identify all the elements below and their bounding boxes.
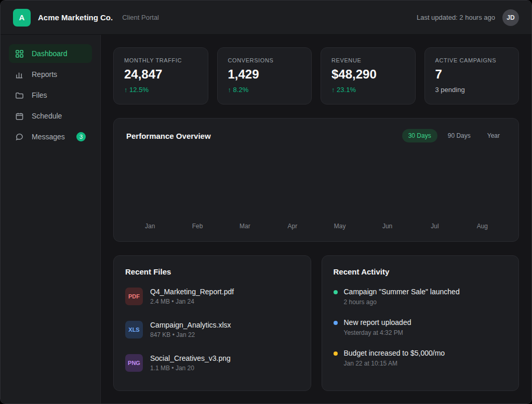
activity-text: Campaign "Summer Sale" launched — [344, 288, 460, 296]
sidebar-item-files[interactable]: Files — [9, 86, 92, 105]
performance-chart: Jan Feb Mar Apr May Jun Jul Aug — [126, 142, 506, 231]
recent-files-panel: Recent Files PDF Q4_Marketing_Report.pdf… — [113, 255, 311, 391]
stat-card-active-campaigns: ACTIVE CAMPAIGNS 7 3 pending — [424, 47, 520, 105]
sidebar-item-label: Files — [32, 91, 47, 99]
activity-dot-blue — [334, 321, 338, 325]
x-axis-tick: Jun — [364, 223, 411, 230]
stat-label: MONTHLY TRAFFIC — [124, 57, 197, 63]
stat-value: 1,429 — [228, 67, 301, 82]
activity-body: New report uploaded Yesterday at 4:32 PM — [344, 318, 411, 336]
recent-activity-title: Recent Activity — [334, 267, 508, 276]
file-row-png[interactable]: PNG Social_Creatives_v3.png 1.1 MB • Jan… — [125, 354, 299, 372]
activity-text: New report uploaded — [344, 318, 411, 327]
file-name: Social_Creatives_v3.png — [150, 354, 231, 362]
file-info: Q4_Marketing_Report.pdf 2.4 MB • Jan 24 — [150, 288, 234, 305]
file-meta: 1.1 MB • Jan 20 — [150, 364, 231, 372]
stat-value: $48,290 — [331, 67, 405, 82]
stat-card-monthly-traffic: MONTHLY TRAFFIC 24,847 ↑ 12.5% — [113, 47, 208, 105]
stat-label: CONVERSIONS — [228, 57, 301, 63]
sidebar-item-label: Messages — [32, 133, 65, 141]
activity-item: Budget increased to $5,000/mo Jan 22 at … — [334, 349, 508, 367]
activity-body: Budget increased to $5,000/mo Jan 22 at … — [344, 349, 445, 367]
grid-icon — [15, 49, 24, 58]
file-name: Campaign_Analytics.xlsx — [150, 321, 231, 329]
bar-chart-icon — [15, 70, 24, 79]
main-content: MONTHLY TRAFFIC 24,847 ↑ 12.5% CONVERSIO… — [101, 35, 531, 403]
sidebar-item-messages[interactable]: Messages 3 — [9, 127, 92, 146]
range-button-year[interactable]: Year — [481, 129, 506, 142]
performance-header: Performance Overview 30 Days 90 Days Yea… — [126, 129, 506, 142]
chat-icon — [15, 132, 24, 141]
file-name: Q4_Marketing_Report.pdf — [150, 288, 234, 296]
sidebar-item-dashboard[interactable]: Dashboard — [9, 44, 92, 63]
file-meta: 2.4 MB • Jan 24 — [150, 298, 234, 305]
range-toggle-group: 30 Days 90 Days Year — [402, 129, 506, 142]
activity-dot-amber — [334, 351, 338, 356]
sidebar-item-label: Reports — [32, 70, 57, 79]
range-button-30-days[interactable]: 30 Days — [402, 129, 437, 142]
topbar: A Acme Marketing Co. Client Portal Last … — [1, 1, 531, 35]
last-updated-text: Last updated: 2 hours ago — [417, 14, 495, 21]
file-row-pdf[interactable]: PDF Q4_Marketing_Report.pdf 2.4 MB • Jan… — [125, 288, 299, 305]
performance-title: Performance Overview — [126, 132, 211, 140]
stat-change: ↑ 12.5% — [124, 86, 197, 94]
avatar-initials: JD — [507, 14, 514, 21]
stat-card-conversions: CONVERSIONS 1,429 ↑ 8.2% — [217, 47, 312, 105]
stat-label: ACTIVE CAMPAIGNS — [435, 57, 509, 63]
activity-body: Campaign "Summer Sale" launched 2 hours … — [344, 288, 460, 306]
company-logo: A — [13, 9, 31, 27]
stats-row: MONTHLY TRAFFIC 24,847 ↑ 12.5% CONVERSIO… — [113, 47, 519, 105]
png-file-icon: PNG — [125, 354, 143, 372]
chart-x-axis-labels: Jan Feb Mar Apr May Jun Jul Aug — [126, 223, 506, 231]
topbar-right: Last updated: 2 hours ago JD — [417, 9, 519, 26]
sidebar: Dashboard Reports Files Schedule — [1, 35, 101, 403]
sidebar-item-label: Schedule — [32, 112, 62, 120]
x-axis-tick: May — [316, 223, 364, 230]
file-row-xls[interactable]: XLS Campaign_Analytics.xlsx 847 KB • Jan… — [125, 321, 299, 338]
x-axis-tick: Apr — [269, 223, 316, 230]
activity-time: Jan 22 at 10:15 AM — [344, 360, 445, 367]
file-meta: 847 KB • Jan 22 — [150, 331, 231, 338]
app-window: A Acme Marketing Co. Client Portal Last … — [0, 0, 532, 404]
activity-item: New report uploaded Yesterday at 4:32 PM — [334, 318, 508, 336]
stat-value: 7 — [435, 67, 509, 82]
stat-change: ↑ 8.2% — [228, 86, 301, 94]
file-info: Campaign_Analytics.xlsx 847 KB • Jan 22 — [150, 321, 231, 338]
performance-overview-panel: Performance Overview 30 Days 90 Days Yea… — [113, 118, 519, 242]
pdf-file-icon: PDF — [125, 288, 143, 305]
folder-icon — [15, 90, 24, 100]
activity-text: Budget increased to $5,000/mo — [344, 349, 445, 357]
x-axis-tick: Aug — [459, 223, 506, 230]
calendar-icon — [15, 111, 24, 121]
stat-card-revenue: REVENUE $48,290 ↑ 23.1% — [321, 47, 416, 105]
user-avatar[interactable]: JD — [502, 9, 519, 26]
company-name: Acme Marketing Co. — [38, 13, 113, 22]
x-axis-tick: Mar — [221, 223, 269, 230]
bottom-row: Recent Files PDF Q4_Marketing_Report.pdf… — [113, 255, 519, 391]
x-axis-tick: Jan — [126, 223, 174, 230]
sidebar-item-schedule[interactable]: Schedule — [9, 107, 92, 125]
logo-letter: A — [19, 13, 25, 22]
body-wrap: Dashboard Reports Files Schedule — [1, 35, 531, 403]
x-axis-tick: Feb — [174, 223, 221, 230]
stat-note: 3 pending — [435, 86, 509, 94]
activity-dot-green — [334, 290, 338, 294]
stat-change: ↑ 23.1% — [331, 86, 405, 94]
recent-files-title: Recent Files — [125, 267, 299, 276]
activity-time: 2 hours ago — [344, 298, 460, 306]
xls-file-icon: XLS — [125, 321, 143, 338]
range-button-90-days[interactable]: 90 Days — [442, 129, 477, 142]
portal-label: Client Portal — [122, 14, 159, 21]
stat-label: REVENUE — [331, 57, 405, 63]
messages-count-badge: 3 — [76, 132, 86, 141]
recent-activity-panel: Recent Activity Campaign "Summer Sale" l… — [322, 255, 520, 391]
x-axis-tick: Jul — [411, 223, 458, 230]
sidebar-item-reports[interactable]: Reports — [9, 65, 92, 84]
activity-time: Yesterday at 4:32 PM — [344, 329, 411, 336]
stat-value: 24,847 — [124, 67, 197, 82]
activity-item: Campaign "Summer Sale" launched 2 hours … — [334, 288, 508, 306]
file-info: Social_Creatives_v3.png 1.1 MB • Jan 20 — [150, 354, 231, 372]
sidebar-item-label: Dashboard — [32, 49, 68, 58]
